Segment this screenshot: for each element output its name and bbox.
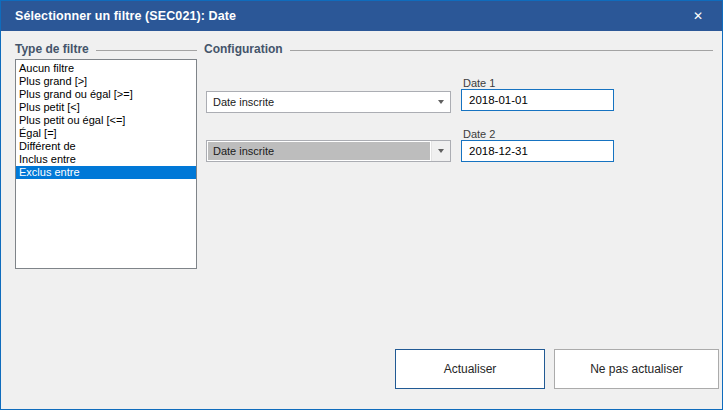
dialog-title: Sélectionner un filtre (SEC021): Date	[15, 1, 236, 31]
no-update-button[interactable]: Ne pas actualiser	[554, 349, 719, 389]
date-2-input[interactable]	[461, 140, 614, 162]
date-source-combo-1[interactable]: Date inscrite	[206, 91, 451, 113]
combo-2-dropdown-button[interactable]	[431, 141, 450, 161]
combo-1-value: Date inscrite	[208, 93, 430, 111]
chevron-down-icon	[438, 100, 444, 104]
title-bar: Sélectionner un filtre (SEC021): Date ✕	[1, 1, 722, 31]
list-item-different-de[interactable]: Différent de	[16, 140, 196, 153]
list-item-aucun-filtre[interactable]: Aucun filtre	[16, 62, 196, 75]
filter-dialog: Sélectionner un filtre (SEC021): Date ✕ …	[0, 0, 723, 410]
group-label-configuration: Configuration	[204, 42, 283, 56]
update-button[interactable]: Actualiser	[395, 349, 545, 389]
filter-type-listbox[interactable]: Aucun filtre Plus grand [>] Plus grand o…	[15, 59, 197, 269]
group-rule	[96, 50, 197, 51]
list-item-inclus-entre[interactable]: Inclus entre	[16, 153, 196, 166]
list-item-plus-petit-ou-egal[interactable]: Plus petit ou égal [<=]	[16, 114, 196, 127]
date-source-combo-2[interactable]: Date inscrite	[206, 140, 451, 162]
list-item-plus-grand-ou-egal[interactable]: Plus grand ou égal [>=]	[16, 88, 196, 101]
list-item-egal[interactable]: Égal [=]	[16, 127, 196, 140]
list-item-plus-grand[interactable]: Plus grand [>]	[16, 75, 196, 88]
group-header-filter-type: Type de filtre	[15, 42, 197, 56]
group-header-configuration: Configuration	[204, 42, 713, 56]
chevron-down-icon	[438, 149, 444, 153]
group-label-filter-type: Type de filtre	[15, 42, 89, 56]
combo-1-dropdown-button[interactable]	[431, 92, 450, 112]
date-1-input[interactable]	[461, 89, 614, 111]
date-1-label: Date 1	[463, 77, 495, 89]
group-rule	[290, 50, 713, 51]
combo-2-value: Date inscrite	[208, 142, 430, 160]
close-icon[interactable]: ✕	[684, 5, 712, 27]
date-2-label: Date 2	[463, 128, 495, 140]
list-item-plus-petit[interactable]: Plus petit [<]	[16, 101, 196, 114]
list-item-exclus-entre-selected[interactable]: Exclus entre	[16, 166, 196, 179]
